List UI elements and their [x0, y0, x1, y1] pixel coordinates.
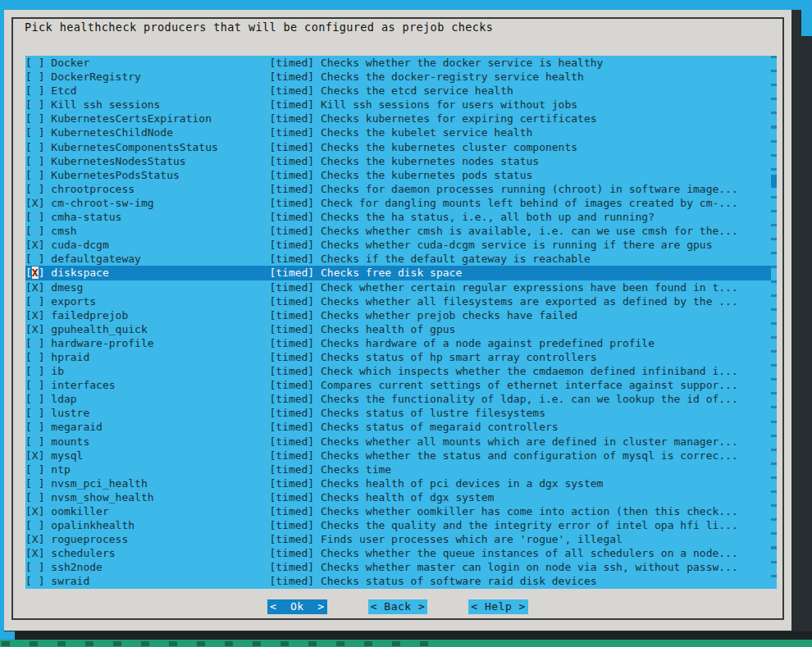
checkbox[interactable]: [X]	[25, 504, 51, 518]
checkbox[interactable]: [ ]	[25, 125, 51, 139]
item-name: cmha-status	[51, 210, 269, 224]
checkbox[interactable]: [ ]	[25, 435, 51, 449]
checkbox[interactable]: [ ]	[25, 350, 51, 364]
list-item[interactable]: [ ] ssh2node[timed] Checks whether maste…	[25, 560, 771, 574]
item-description: Checks status of lustre filesystems	[321, 406, 545, 420]
item-tag: [timed]	[269, 140, 321, 154]
item-name: oomkiller	[51, 504, 269, 518]
checkbox[interactable]: [ ]	[25, 420, 51, 434]
item-description: Checks status of hp smart array controll…	[321, 350, 597, 364]
checkbox[interactable]: [X]	[25, 546, 51, 560]
list-item[interactable]: [ ] hardware-profile[timed] Checks hardw…	[25, 336, 771, 350]
checkbox[interactable]: [ ]	[25, 168, 51, 182]
list-item[interactable]: [ ] Etcd[timed] Checks the etcd service …	[25, 84, 771, 98]
list-item[interactable]: [X] cuda-dcgm[timed] Checks whether cuda…	[25, 238, 771, 252]
checkbox[interactable]: [ ]	[25, 392, 51, 406]
checkbox[interactable]: [ ]	[25, 56, 51, 70]
list-item[interactable]: [ ] cmha-status[timed] Checks the ha sta…	[25, 210, 771, 224]
list-item[interactable]: [ ] lustre[timed] Checks status of lustr…	[25, 406, 771, 420]
checkbox[interactable]: [ ]	[25, 224, 51, 238]
checkbox[interactable]: [ ]	[25, 294, 51, 308]
checkbox[interactable]: [ ]	[25, 182, 51, 196]
checkbox[interactable]: [X]	[25, 238, 51, 252]
list-item[interactable]: [ ] KubernetesCertsExpiration[timed] Che…	[25, 112, 771, 125]
item-name: mysql	[51, 449, 269, 462]
item-description: Finds user processes which are 'rogue', …	[321, 532, 623, 546]
list-item[interactable]: [X] failedprejob[timed] Checks whether p…	[25, 308, 771, 322]
list-item[interactable]: [X] dmesg[timed] Check whether certain r…	[25, 280, 771, 294]
checkbox[interactable]: [X]	[25, 322, 51, 336]
list-item[interactable]: [ ] nvsm_show_health[timed] Checks healt…	[25, 490, 771, 504]
list-item[interactable]: [ ] ntp[timed] Checks time	[25, 462, 771, 476]
item-name: exports	[51, 294, 269, 308]
list-item[interactable]: [ ] exports[timed] Checks whether all fi…	[25, 294, 771, 308]
checkbox[interactable]: [ ]	[25, 518, 51, 532]
checkbox[interactable]: [ ]	[25, 364, 51, 378]
list-item[interactable]: [X] oomkiller[timed] Checks whether oomk…	[25, 504, 771, 518]
item-tag: [timed]	[269, 532, 321, 546]
list-item[interactable]: [ ] megaraid[timed] Checks status of meg…	[25, 420, 771, 434]
item-tag: [timed]	[269, 168, 321, 182]
list-item[interactable]: [ ] KubernetesPodsStatus[timed] Checks t…	[25, 168, 771, 182]
list-item[interactable]: [ ] ib[timed] Check which inspects wheth…	[25, 364, 771, 378]
list-item[interactable]: [ ] Kill ssh sessions[timed] Kill ssh se…	[25, 98, 771, 112]
list-item[interactable]: [ ] interfaces[timed] Compares current s…	[25, 378, 771, 392]
item-tag: [timed]	[269, 504, 321, 518]
checkbox[interactable]: [X]	[25, 532, 51, 546]
item-tag: [timed]	[269, 546, 321, 560]
checkbox[interactable]: [X]	[25, 280, 51, 294]
checkbox[interactable]: [X]	[25, 196, 51, 210]
list-item[interactable]: [ ] ldap[timed] Checks the functionality…	[25, 392, 771, 406]
list-item[interactable]: [ ] KubernetesComponentsStatus[timed] Ch…	[25, 140, 771, 154]
checkbox[interactable]: [ ]	[25, 140, 51, 154]
dialog-title: Pick healthcheck producers that will be …	[25, 21, 493, 34]
item-description: Checks if the default gateway is reachab…	[321, 252, 591, 266]
list-item[interactable]: [ ] opalinkhealth[timed] Checks the qual…	[25, 518, 771, 532]
checklist[interactable]: [ ] Docker[timed] Checks whether the doc…	[25, 56, 777, 589]
checkbox[interactable]: [ ]	[25, 560, 51, 574]
checkbox[interactable]: [X]	[25, 308, 51, 322]
checkbox[interactable]: [ ]	[25, 490, 51, 504]
checkbox[interactable]: [ ]	[25, 336, 51, 350]
list-item[interactable]: [ ] mounts[timed] Checks whether all mou…	[25, 435, 771, 449]
list-item[interactable]: [ ] hpraid[timed] Checks status of hp sm…	[25, 350, 771, 364]
back-button[interactable]: < Back >	[368, 599, 428, 614]
list-item[interactable]: [ ] KubernetesChildNode[timed] Checks th…	[25, 125, 771, 139]
list-item[interactable]: [X] diskspace[timed] Checks free disk sp…	[25, 266, 771, 280]
list-item[interactable]: [ ] KubernetesNodesStatus[timed] Checks …	[25, 154, 771, 168]
list-item[interactable]: [ ] swraid[timed] Checks status of softw…	[25, 574, 771, 588]
list-item[interactable]: [ ] cmsh[timed] Checks whether cmsh is a…	[25, 224, 771, 238]
item-tag: [timed]	[269, 392, 321, 406]
checkbox[interactable]: [ ]	[25, 70, 51, 84]
checkbox[interactable]: [X]	[25, 266, 51, 280]
checkbox[interactable]: [ ]	[25, 574, 51, 588]
scrollbar[interactable]	[771, 56, 777, 589]
checkbox[interactable]: [ ]	[25, 210, 51, 224]
list-item[interactable]: [X] schedulers[timed] Checks whether the…	[25, 546, 771, 560]
item-name: gpuhealth_quick	[51, 322, 269, 336]
ok-button[interactable]: < Ok >	[267, 599, 327, 614]
list-item[interactable]: [ ] defaultgateway[timed] Checks if the …	[25, 252, 771, 266]
checkbox[interactable]: [ ]	[25, 252, 51, 266]
checkbox[interactable]: [ ]	[25, 476, 51, 490]
checkbox[interactable]: [ ]	[25, 462, 51, 476]
list-item[interactable]: [ ] DockerRegistry[timed] Checks the doc…	[25, 70, 771, 84]
item-name: ntp	[51, 462, 269, 476]
list-item[interactable]: [ ] nvsm_pci_health[timed] Checks health…	[25, 476, 771, 490]
checkbox[interactable]: [ ]	[25, 84, 51, 98]
list-item[interactable]: [ ] Docker[timed] Checks whether the doc…	[25, 56, 771, 70]
checkbox[interactable]: [ ]	[25, 98, 51, 112]
scrollbar-thumb[interactable]	[771, 175, 777, 188]
checkbox[interactable]: [ ]	[25, 112, 51, 125]
help-button[interactable]: < Help >	[468, 599, 528, 614]
list-item[interactable]: [X] mysql[timed] Checks whether the stat…	[25, 449, 771, 462]
checkbox[interactable]: [ ]	[25, 378, 51, 392]
checkbox[interactable]: [X]	[25, 449, 51, 462]
list-item[interactable]: [X] gpuhealth_quick[timed] Checks health…	[25, 322, 771, 336]
list-item[interactable]: [X] rogueprocess[timed] Finds user proce…	[25, 532, 771, 546]
list-item[interactable]: [X] cm-chroot-sw-img[timed] Check for da…	[25, 196, 771, 210]
checkbox[interactable]: [ ]	[25, 406, 51, 420]
checkbox-cursor[interactable]: X	[32, 267, 39, 279]
list-item[interactable]: [ ] chrootprocess[timed] Checks for daem…	[25, 182, 771, 196]
checkbox[interactable]: [ ]	[25, 154, 51, 168]
